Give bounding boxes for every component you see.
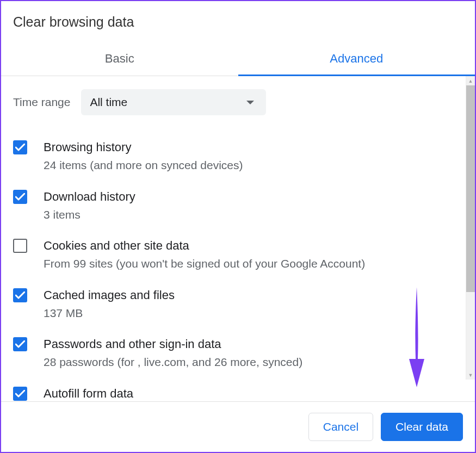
time-range-row: Time range All time — [1, 89, 475, 132]
tab-bar: Basic Advanced — [1, 45, 475, 76]
option-title: Cached images and files — [44, 286, 453, 304]
chevron-down-icon — [246, 101, 254, 104]
option-row: Cached images and files137 MB — [13, 280, 475, 329]
option-checkbox[interactable] — [13, 140, 27, 154]
option-text: Browsing history24 items (and more on sy… — [44, 138, 475, 175]
scroll-up-arrow-icon[interactable]: ▲ — [466, 76, 475, 85]
option-row: Browsing history24 items (and more on sy… — [13, 132, 475, 181]
button-label: Cancel — [323, 420, 358, 433]
time-range-value: All time — [90, 96, 127, 109]
clear-browsing-data-dialog: Clear browsing data Basic Advanced Time … — [1, 1, 475, 452]
option-checkbox[interactable] — [13, 190, 27, 204]
option-row: Passwords and other sign-in data28 passw… — [13, 328, 475, 378]
option-title: Download history — [44, 188, 453, 206]
option-text: Download history3 items — [44, 188, 475, 224]
option-text: Passwords and other sign-in data28 passw… — [44, 335, 475, 371]
option-description: 28 passwords (for , live.com, and 26 mor… — [44, 353, 453, 371]
dialog-title: Clear browsing data — [1, 1, 475, 30]
option-checkbox[interactable] — [13, 288, 27, 302]
option-title: Cookies and other site data — [44, 237, 453, 255]
option-checkbox[interactable] — [13, 239, 27, 253]
cancel-button[interactable]: Cancel — [308, 413, 373, 441]
scroll-down-arrow-icon[interactable]: ▼ — [466, 370, 475, 380]
tab-advanced[interactable]: Advanced — [238, 45, 475, 76]
scroll-thumb[interactable] — [466, 85, 475, 292]
options-list: Browsing history24 items (and more on sy… — [1, 132, 475, 401]
vertical-scrollbar[interactable]: ▲ ▼ — [466, 76, 475, 380]
option-row: Cookies and other site dataFrom 99 sites… — [13, 230, 475, 280]
time-range-label: Time range — [13, 96, 70, 109]
option-text: Cookies and other site dataFrom 99 sites… — [44, 237, 475, 273]
option-description: 137 MB — [44, 304, 453, 322]
clear-data-button[interactable]: Clear data — [381, 413, 463, 441]
option-title: Passwords and other sign-in data — [44, 335, 453, 353]
dialog-body: Time range All time Browsing history24 i… — [1, 76, 475, 401]
option-row: Download history3 items — [13, 181, 475, 231]
button-label: Clear data — [395, 420, 448, 433]
time-range-select[interactable]: All time — [81, 89, 266, 115]
option-text: Autofill form data — [44, 384, 475, 401]
tab-basic[interactable]: Basic — [1, 45, 238, 76]
option-text: Cached images and files137 MB — [44, 286, 475, 322]
option-title: Autofill form data — [44, 384, 453, 401]
option-row: Autofill form data — [13, 378, 475, 401]
scroll-track[interactable] — [466, 85, 475, 370]
option-description: From 99 sites (you won't be signed out o… — [44, 255, 453, 273]
option-description: 24 items (and more on synced devices) — [44, 156, 453, 175]
tab-label: Basic — [105, 52, 134, 65]
tab-label: Advanced — [330, 52, 383, 65]
option-description: 3 items — [44, 206, 453, 224]
option-checkbox[interactable] — [13, 337, 27, 351]
content-scroll-area: Time range All time Browsing history24 i… — [1, 76, 475, 401]
option-title: Browsing history — [44, 138, 453, 156]
dialog-footer: Cancel Clear data — [1, 401, 475, 452]
option-checkbox[interactable] — [13, 387, 27, 401]
